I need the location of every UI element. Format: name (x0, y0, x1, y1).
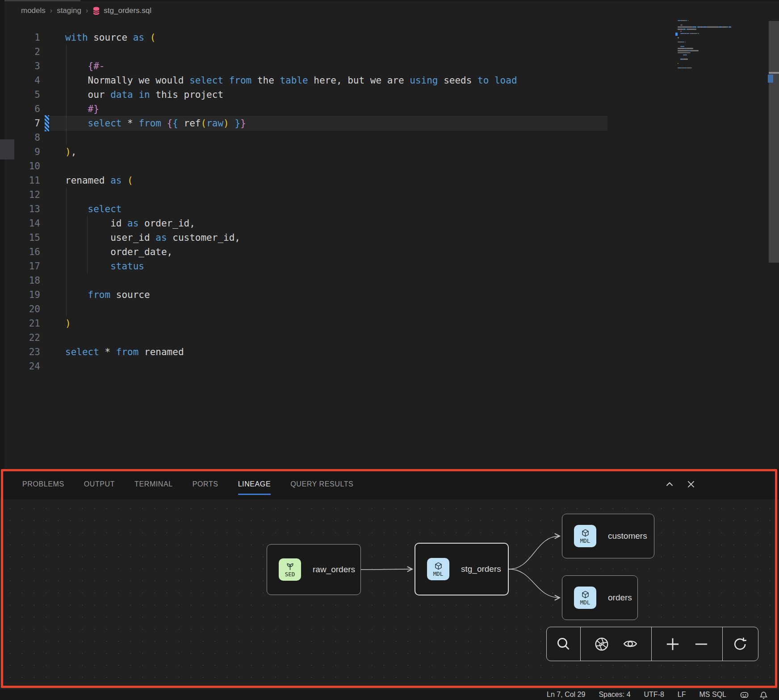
node-label: customers (608, 531, 647, 541)
line-number: 12 (0, 188, 40, 202)
code-line-21[interactable]: 21) (0, 316, 779, 331)
lineage-node-customers[interactable]: MDLcustomers (562, 514, 654, 558)
minimap-line (707, 26, 719, 27)
code-text: ) (65, 316, 71, 331)
code-line-13[interactable]: 13 select (0, 202, 779, 216)
minimap-line (684, 33, 687, 34)
code-text: with source as ( (65, 30, 155, 45)
code-text: renamed as ( (65, 173, 133, 188)
lineage-node-raw_orders[interactable]: SEDraw_orders (267, 544, 361, 595)
lineage-canvas[interactable]: SEDraw_ordersMDLstg_ordersMDLcustomersMD… (0, 499, 779, 689)
breadcrumb-item-staging[interactable]: staging (57, 6, 81, 15)
line-number: 20 (0, 302, 40, 316)
code-line-1[interactable]: 1with source as ( (0, 30, 779, 45)
minimap-line (687, 67, 692, 68)
status-lf[interactable]: LF (678, 691, 686, 699)
status-utf-8[interactable]: UTF-8 (644, 691, 664, 699)
code-text: from source (65, 288, 150, 302)
toolbar-group (651, 627, 722, 661)
minimap[interactable] (678, 20, 761, 78)
refresh-icon[interactable] (733, 637, 748, 652)
code-line-12[interactable]: 12 (0, 188, 779, 202)
tab-terminal[interactable]: TERMINAL (134, 469, 173, 499)
zoom-in-icon[interactable] (665, 637, 680, 652)
status-ln-7-col-29[interactable]: Ln 7, Col 29 (547, 691, 585, 699)
breadcrumb-item-models[interactable]: models (21, 6, 46, 15)
toolbar-group (547, 627, 580, 661)
minimap-line (688, 20, 689, 21)
minimap-line (678, 37, 679, 38)
code-line-20[interactable]: 20 (0, 302, 779, 316)
tab-query-results[interactable]: QUERY RESULTS (290, 469, 353, 499)
code-line-23[interactable]: 23select * from renamed (0, 345, 779, 359)
top-hairline (80, 0, 779, 1)
code-line-2[interactable]: 2 (0, 45, 779, 59)
status-icons (740, 690, 768, 700)
code-text: our data in this project (65, 88, 223, 102)
line-number: 19 (0, 288, 40, 302)
code-text: select (65, 202, 121, 216)
code-line-8[interactable]: 8 (0, 130, 779, 145)
line-number: 5 (0, 88, 40, 102)
lineage-node-stg_orders[interactable]: MDLstg_orders (415, 543, 509, 595)
tab-lineage[interactable]: LINEAGE (238, 469, 271, 499)
line-number: 15 (0, 231, 40, 245)
minimap-line (700, 26, 704, 27)
status-spaces-4[interactable]: Spaces: 4 (599, 691, 630, 699)
minimap-line (678, 42, 683, 42)
chevron-up-icon[interactable] (665, 479, 674, 489)
code-line-10[interactable]: 10 (0, 159, 779, 173)
lineage-toolbar (546, 627, 758, 661)
copilot-icon[interactable] (740, 690, 749, 700)
editor-scrollbar[interactable] (769, 21, 779, 263)
aperture-icon[interactable] (594, 637, 609, 652)
breadcrumb-item-file[interactable]: stg_orders.sql (92, 6, 151, 15)
line-number: 18 (0, 273, 40, 288)
line-number: 23 (0, 345, 40, 359)
line-number: 11 (0, 173, 40, 188)
code-line-5[interactable]: 5 our data in this project (0, 88, 779, 102)
line-number: 24 (0, 359, 40, 373)
bell-icon[interactable] (759, 690, 768, 700)
code-line-3[interactable]: 3 {#- (0, 59, 779, 73)
code-text: status (65, 259, 144, 273)
tab-problems[interactable]: PROBLEMS (22, 469, 64, 499)
line-number: 4 (0, 73, 40, 88)
minimap-line (692, 26, 696, 27)
code-editor[interactable]: 1with source as (23 {#-4 Normally we wou… (0, 30, 779, 373)
code-line-22[interactable]: 22 (0, 331, 779, 345)
eye-icon[interactable] (623, 637, 638, 652)
code-line-4[interactable]: 4 Normally we would select from the tabl… (0, 73, 779, 88)
minimap-line (678, 29, 683, 29)
minimap-line (680, 33, 684, 34)
code-line-24[interactable]: 24 (0, 359, 779, 373)
status-ms-sql[interactable]: MS SQL (699, 691, 726, 699)
minimap-line (699, 33, 699, 34)
code-line-14[interactable]: 14 id as order_id, (0, 216, 779, 231)
code-line-16[interactable]: 16 order_date, (0, 245, 779, 259)
code-text: select * from renamed (65, 345, 184, 359)
vscode-window: models › staging › stg_orders.sql 1with … (0, 0, 779, 700)
line-number: 2 (0, 45, 40, 59)
code-line-18[interactable]: 18 (0, 273, 779, 288)
zoom-out-icon[interactable] (694, 637, 709, 652)
code-line-17[interactable]: 17 status (0, 259, 779, 273)
code-text: user_id as customer_id, (65, 231, 240, 245)
code-line-9[interactable]: 9), (0, 145, 779, 159)
search-icon[interactable] (556, 637, 571, 652)
code-line-11[interactable]: 11renamed as ( (0, 173, 779, 188)
code-line-6[interactable]: 6 #} (0, 102, 779, 116)
lineage-node-orders[interactable]: MDLorders (562, 575, 638, 620)
minimap-line (680, 20, 686, 21)
close-icon[interactable] (686, 479, 696, 489)
code-text: #} (65, 102, 99, 116)
code-line-7[interactable]: 7 select * from {{ ref(raw) }} (0, 116, 779, 130)
code-line-19[interactable]: 19 from source (0, 288, 779, 302)
tab-output[interactable]: OUTPUT (84, 469, 115, 499)
code-text: id as order_id, (65, 216, 195, 231)
toolbar-group (722, 627, 758, 661)
code-text: select * from {{ ref(raw) }} (65, 116, 246, 130)
code-line-15[interactable]: 15 user_id as customer_id, (0, 231, 779, 245)
status-bar: Ln 7, Col 29Spaces: 4UTF-8LFMS SQL (0, 689, 779, 700)
tab-ports[interactable]: PORTS (193, 469, 218, 499)
